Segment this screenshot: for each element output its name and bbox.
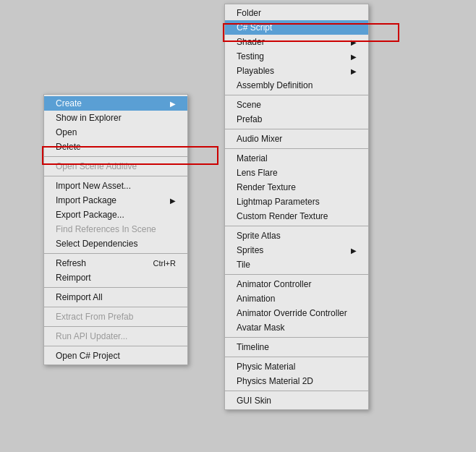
- menu-separator: [225, 95, 368, 95]
- menu-item-open-scene-additive: Open Scene Additive: [44, 159, 187, 174]
- menu-item-export-package[interactable]: Export Package...: [44, 208, 187, 222]
- menu-item-label: Open C# Project: [56, 351, 120, 361]
- menu-item-animation[interactable]: Animation: [225, 291, 368, 306]
- submenu-arrow-icon: ▶: [170, 100, 176, 108]
- menu-item-animator-controller[interactable]: Animator Controller: [225, 277, 368, 291]
- menu-separator: [44, 253, 187, 254]
- menu-item-label: Playables: [237, 66, 274, 76]
- menu-item-label: Timeline: [237, 342, 269, 352]
- right-context-menu[interactable]: FolderC# ScriptShader▶Testing▶Playables▶…: [224, 4, 369, 410]
- menu-item-label: Folder: [237, 8, 261, 18]
- menu-item-label: Open: [56, 127, 77, 137]
- menu-item-csharp-script[interactable]: C# Script: [225, 20, 368, 35]
- menu-item-label: Physics Material 2D: [237, 376, 313, 386]
- menu-separator: [225, 129, 368, 129]
- menu-item-timeline[interactable]: Timeline: [225, 340, 368, 354]
- menu-item-import-new-asset[interactable]: Import New Asset...: [44, 179, 187, 193]
- menu-item-reimport-all[interactable]: Reimport All: [44, 290, 187, 304]
- menu-item-physic-material[interactable]: Physic Material: [225, 359, 368, 374]
- submenu-arrow-icon: ▶: [351, 38, 357, 46]
- menu-item-label: Material: [237, 153, 268, 163]
- menu-item-lightmap-parameters[interactable]: Lightmap Parameters: [225, 195, 368, 209]
- menu-item-render-texture[interactable]: Render Texture: [225, 180, 368, 195]
- menu-item-open[interactable]: Open: [44, 125, 187, 140]
- menu-item-create[interactable]: Create▶: [44, 96, 187, 111]
- menu-item-label: Extract From Prefab: [56, 312, 133, 322]
- menu-item-label: Custom Render Texture: [237, 211, 328, 221]
- submenu-arrow-icon: ▶: [351, 247, 357, 255]
- menu-item-label: Reimport: [56, 273, 91, 283]
- menu-item-label: Audio Mixer: [237, 134, 282, 144]
- menu-item-label: Lens Flare: [237, 168, 278, 178]
- menu-item-label: Shader: [237, 37, 265, 47]
- menu-separator: [44, 287, 187, 288]
- menu-item-label: Animation: [237, 294, 275, 304]
- menu-item-select-dependencies[interactable]: Select Dependencies: [44, 236, 187, 251]
- menu-item-assembly-definition[interactable]: Assembly Definition: [225, 78, 368, 93]
- menu-item-shader[interactable]: Shader▶: [225, 35, 368, 49]
- menu-item-refresh[interactable]: RefreshCtrl+R: [44, 256, 187, 270]
- menu-item-folder[interactable]: Folder: [225, 6, 368, 20]
- menu-item-material[interactable]: Material: [225, 151, 368, 166]
- menu-item-label: Delete: [56, 142, 81, 152]
- menu-item-audio-mixer[interactable]: Audio Mixer: [225, 132, 368, 146]
- menu-item-label: Import Package: [56, 195, 116, 205]
- menu-item-reimport[interactable]: Reimport: [44, 270, 187, 285]
- menu-item-label: Create: [56, 98, 82, 108]
- menu-item-label: Prefab: [237, 114, 262, 124]
- menu-item-import-package[interactable]: Import Package▶: [44, 193, 187, 208]
- menu-item-label: Refresh: [56, 258, 86, 268]
- menu-item-scene[interactable]: Scene: [225, 98, 368, 112]
- menu-item-label: Lightmap Parameters: [237, 197, 320, 207]
- menu-item-playables[interactable]: Playables▶: [225, 64, 368, 78]
- menu-item-label: Reimport All: [56, 292, 103, 302]
- menu-item-show-explorer[interactable]: Show in Explorer: [44, 111, 187, 125]
- menu-item-sprites[interactable]: Sprites▶: [225, 243, 368, 257]
- menu-item-shortcut: Ctrl+R: [153, 259, 176, 268]
- menu-item-delete[interactable]: Delete: [44, 140, 187, 154]
- menu-item-lens-flare[interactable]: Lens Flare: [225, 166, 368, 180]
- menu-item-label: Tile: [237, 260, 250, 270]
- menu-item-label: Scene: [237, 100, 261, 110]
- menu-item-label: C# Script: [237, 22, 272, 33]
- menu-separator: [44, 156, 187, 157]
- menu-item-prefab[interactable]: Prefab: [225, 112, 368, 127]
- menu-item-gui-skin[interactable]: GUI Skin: [225, 393, 368, 408]
- menu-item-label: Show in Explorer: [56, 113, 122, 123]
- menu-item-avatar-mask[interactable]: Avatar Mask: [225, 320, 368, 335]
- menu-item-run-api-updater: Run API Updater...: [44, 329, 187, 344]
- submenu-arrow-icon: ▶: [170, 197, 176, 205]
- menu-item-label: Run API Updater...: [56, 331, 127, 341]
- menu-item-label: Open Scene Additive: [56, 161, 137, 171]
- menu-separator: [44, 346, 187, 346]
- left-context-menu[interactable]: Create▶Show in ExplorerOpenDeleteOpen Sc…: [43, 94, 188, 365]
- submenu-arrow-icon: ▶: [351, 53, 357, 61]
- menu-separator: [225, 274, 368, 275]
- menu-item-label: Testing: [237, 51, 264, 61]
- menu-item-tile[interactable]: Tile: [225, 257, 368, 272]
- menu-item-label: Render Texture: [237, 182, 296, 192]
- menu-item-label: Sprite Atlas: [237, 231, 281, 241]
- menu-item-find-references: Find References In Scene: [44, 222, 187, 236]
- menu-separator: [44, 326, 187, 327]
- menu-item-open-csharp-project[interactable]: Open C# Project: [44, 349, 187, 363]
- menu-item-custom-render-texture[interactable]: Custom Render Texture: [225, 209, 368, 223]
- menu-item-label: Assembly Definition: [237, 80, 313, 90]
- menu-item-physics-material-2d[interactable]: Physics Material 2D: [225, 374, 368, 388]
- menu-item-label: Avatar Mask: [237, 323, 284, 333]
- menu-item-extract-from-prefab: Extract From Prefab: [44, 310, 187, 324]
- menu-item-label: Animator Controller: [237, 279, 311, 289]
- menu-item-label: GUI Skin: [237, 396, 271, 406]
- menu-item-label: Import New Asset...: [56, 181, 131, 191]
- menu-item-sprite-atlas[interactable]: Sprite Atlas: [225, 229, 368, 243]
- menu-separator: [44, 307, 187, 307]
- menu-separator: [225, 391, 368, 391]
- menu-item-testing[interactable]: Testing▶: [225, 49, 368, 64]
- menu-item-label: Find References In Scene: [56, 224, 156, 234]
- menu-item-animator-override-controller[interactable]: Animator Override Controller: [225, 306, 368, 320]
- menu-item-label: Physic Material: [237, 362, 295, 372]
- menu-item-label: Sprites: [237, 245, 263, 255]
- menu-item-label: Export Package...: [56, 210, 124, 220]
- menu-separator: [44, 176, 187, 176]
- menu-separator: [225, 337, 368, 338]
